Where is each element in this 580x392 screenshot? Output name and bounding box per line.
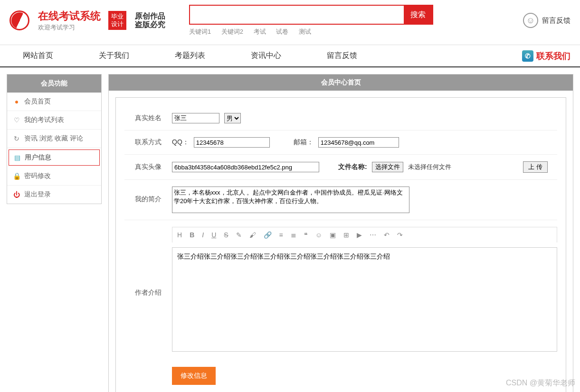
- feedback-link[interactable]: ☺ 留言反馈: [523, 13, 570, 28]
- sidebar-icon: ↻: [13, 135, 20, 142]
- sidebar-item-1[interactable]: ♡我的考试列表: [7, 111, 101, 130]
- upload-button[interactable]: 上 传: [523, 161, 548, 173]
- real-name-label: 真实姓名: [124, 114, 172, 122]
- image-icon[interactable]: ▣: [330, 231, 336, 239]
- author-intro-editor[interactable]: [172, 247, 557, 352]
- emoji-icon[interactable]: ☺: [315, 231, 322, 239]
- italic-icon[interactable]: I: [202, 231, 204, 239]
- keyword[interactable]: 关键词1: [189, 28, 211, 35]
- site-title: 在线考试系统: [38, 9, 101, 23]
- sidebar-item-label: 密码修改: [24, 172, 51, 180]
- search-button[interactable]: 搜索: [404, 6, 432, 24]
- logo-icon: [10, 10, 29, 30]
- sidebar-icon: ♡: [13, 116, 20, 124]
- sidebar-icon: 🔒: [13, 172, 20, 180]
- avatar-label: 真实头像: [124, 163, 172, 171]
- underline-icon[interactable]: U: [211, 231, 216, 239]
- headset-icon: ☺: [523, 13, 538, 28]
- highlight-icon[interactable]: ✎: [236, 231, 242, 239]
- paint-icon[interactable]: 🖌: [249, 231, 256, 239]
- nav-questions[interactable]: 考题列表: [152, 45, 228, 66]
- email-label: 邮箱：: [294, 138, 314, 147]
- list-icon[interactable]: ≡: [279, 231, 283, 239]
- sidebar-item-4[interactable]: 🔒密码修改: [7, 167, 101, 186]
- file-name-label: 文件名称:: [338, 163, 367, 171]
- file-status: 未选择任何文件: [408, 163, 451, 171]
- avatar-input[interactable]: [172, 162, 319, 172]
- heading-icon[interactable]: H: [177, 231, 182, 239]
- real-name-input[interactable]: [172, 113, 219, 123]
- brief-label: 我的简介: [124, 187, 172, 204]
- author-intro-label: 作者介绍: [124, 227, 172, 297]
- gender-select[interactable]: 男: [224, 113, 241, 123]
- undo-icon[interactable]: ↶: [384, 231, 390, 239]
- search-keywords: 关键词1 关键词2 考试 试卷 测试: [189, 28, 433, 36]
- sidebar-item-5[interactable]: ⏻退出登录: [7, 186, 101, 204]
- editor-toolbar: H B I U S ✎ 🖌 🔗 ≡ ≣ ❝ ☺ ▣ ⊞ ▶: [172, 227, 557, 243]
- site-subtitle: 欢迎考试学习: [38, 23, 101, 32]
- more-icon[interactable]: ⋯: [370, 231, 376, 239]
- nav-news[interactable]: 资讯中心: [228, 45, 304, 66]
- nav-feedback[interactable]: 留言反馈: [304, 45, 380, 66]
- keyword[interactable]: 测试: [299, 28, 311, 35]
- keyword[interactable]: 关键词2: [221, 28, 243, 35]
- content-title: 会员中心首页: [109, 75, 573, 91]
- keyword[interactable]: 试卷: [276, 28, 288, 35]
- sidebar-item-label: 会员首页: [24, 97, 51, 106]
- phone-icon: ✆: [522, 50, 533, 62]
- video-icon[interactable]: ▶: [357, 231, 362, 239]
- redo-icon[interactable]: ↷: [397, 231, 403, 239]
- choose-file-button[interactable]: 选择文件: [372, 162, 403, 172]
- sidebar-item-2[interactable]: ↻资讯 浏览 收藏 评论: [7, 130, 101, 148]
- link-icon[interactable]: 🔗: [264, 231, 272, 239]
- sidebar-item-label: 我的考试列表: [24, 116, 64, 124]
- qq-label: QQ：: [172, 138, 189, 147]
- sidebar-icon: ▤: [13, 154, 21, 161]
- nav-about[interactable]: 关于我们: [76, 45, 152, 66]
- table-icon[interactable]: ⊞: [343, 231, 349, 239]
- sidebar-item-0[interactable]: ●会员首页: [7, 93, 101, 111]
- sidebar-title: 会员功能: [7, 75, 101, 93]
- strikethrough-icon[interactable]: S: [224, 231, 228, 239]
- quote-icon[interactable]: ❝: [304, 231, 308, 239]
- align-icon[interactable]: ≣: [291, 231, 296, 239]
- sidebar-icon: ●: [13, 98, 20, 105]
- sidebar-icon: ⏻: [13, 191, 20, 198]
- email-input[interactable]: [318, 137, 399, 148]
- bold-icon[interactable]: B: [190, 231, 194, 239]
- search-input[interactable]: [190, 6, 404, 24]
- tagline: 原创作品 盗版必究: [135, 12, 165, 28]
- qq-input[interactable]: [194, 137, 270, 148]
- contact-us-link[interactable]: ✆ 联系我们: [522, 45, 580, 66]
- sidebar-item-label: 资讯 浏览 收藏 评论: [24, 134, 83, 143]
- brief-textarea[interactable]: [172, 187, 409, 213]
- sidebar-item-3[interactable]: ▤用户信息: [9, 149, 100, 166]
- contact-label: 联系方式: [124, 138, 172, 147]
- sidebar-item-label: 退出登录: [24, 190, 51, 199]
- graduation-badge: 毕业 设计: [108, 11, 126, 29]
- sidebar-item-label: 用户信息: [25, 153, 51, 162]
- nav-home[interactable]: 网站首页: [0, 45, 76, 66]
- submit-button[interactable]: 修改信息: [172, 367, 216, 385]
- keyword[interactable]: 考试: [254, 28, 266, 35]
